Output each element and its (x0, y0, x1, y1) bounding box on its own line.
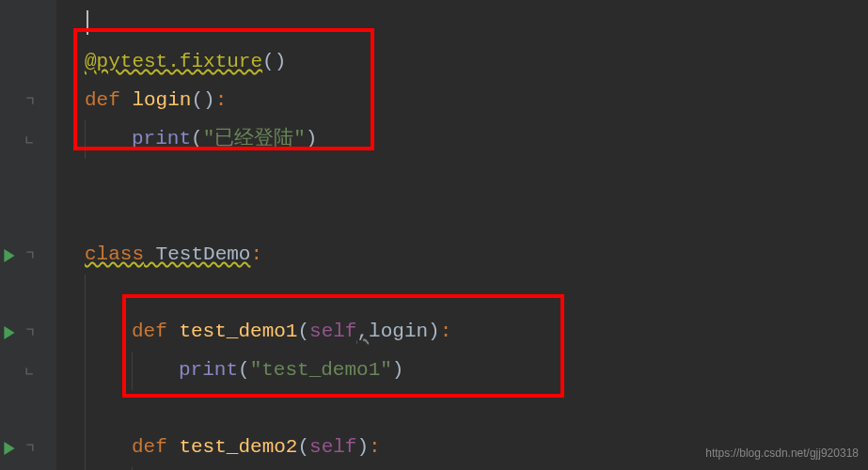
keyword-def: def (85, 89, 120, 111)
code-editor[interactable]: @pytest.fixture() def login(): print("已经… (0, 0, 868, 470)
self-keyword: self (309, 321, 356, 342)
paren: ( (297, 321, 309, 342)
param: login (369, 321, 428, 342)
decorator-name: pytest.fixture (97, 51, 262, 72)
paren: ( (191, 128, 203, 149)
paren: ) (356, 436, 369, 458)
colon: : (250, 243, 262, 265)
run-test-icon[interactable] (0, 439, 19, 458)
code-line[interactable]: @pytest.fixture() (56, 43, 868, 82)
colon: : (369, 436, 381, 458)
self-keyword: self (309, 436, 356, 458)
builtin-print: print (132, 128, 191, 149)
paren: ) (428, 321, 440, 342)
colon: : (440, 321, 452, 342)
builtin-print: print (179, 359, 238, 381)
comma: , (356, 321, 369, 342)
run-test-icon[interactable] (0, 246, 19, 265)
fold-icon[interactable] (24, 95, 36, 107)
paren: ( (238, 359, 250, 381)
text-cursor (87, 10, 88, 35)
code-line[interactable]: def login(): (56, 82, 868, 120)
paren: ) (275, 51, 287, 72)
fold-icon[interactable] (24, 442, 36, 454)
code-line[interactable] (56, 159, 868, 197)
code-line[interactable] (56, 197, 868, 236)
colon: : (215, 89, 228, 111)
function-name: test_demo2 (167, 436, 298, 458)
function-name: test_demo1 (167, 321, 298, 342)
code-line[interactable]: def test_demo1(self,login): (56, 313, 868, 352)
paren: () (191, 89, 214, 111)
code-line[interactable]: print("test_demo1") (56, 352, 868, 390)
class-name: TestDemo (144, 243, 250, 265)
keyword-def: def (132, 436, 167, 458)
string-literal: "已经登陆" (203, 128, 306, 149)
code-line[interactable] (56, 390, 868, 429)
code-line[interactable] (56, 274, 868, 313)
paren: ( (297, 436, 309, 458)
string-literal: "test_demo1" (250, 359, 392, 381)
fold-icon[interactable] (24, 249, 36, 261)
paren: ) (392, 359, 404, 381)
paren: ) (306, 128, 318, 149)
code-line[interactable]: print("已经登陆") (56, 120, 868, 159)
run-test-icon[interactable] (0, 323, 19, 342)
code-line[interactable] (56, 5, 868, 43)
decorator-token: @ (85, 51, 97, 72)
paren: ( (262, 51, 275, 72)
unfold-icon[interactable] (24, 365, 36, 377)
function-name: login (120, 89, 192, 111)
unfold-icon[interactable] (24, 133, 36, 146)
keyword-def: def (132, 321, 167, 342)
keyword-class: class (85, 243, 144, 265)
watermark-text: https://blog.csdn.net/gjj920318 (705, 443, 859, 464)
code-line[interactable]: class TestDemo: (56, 236, 868, 274)
fold-icon[interactable] (24, 326, 36, 338)
